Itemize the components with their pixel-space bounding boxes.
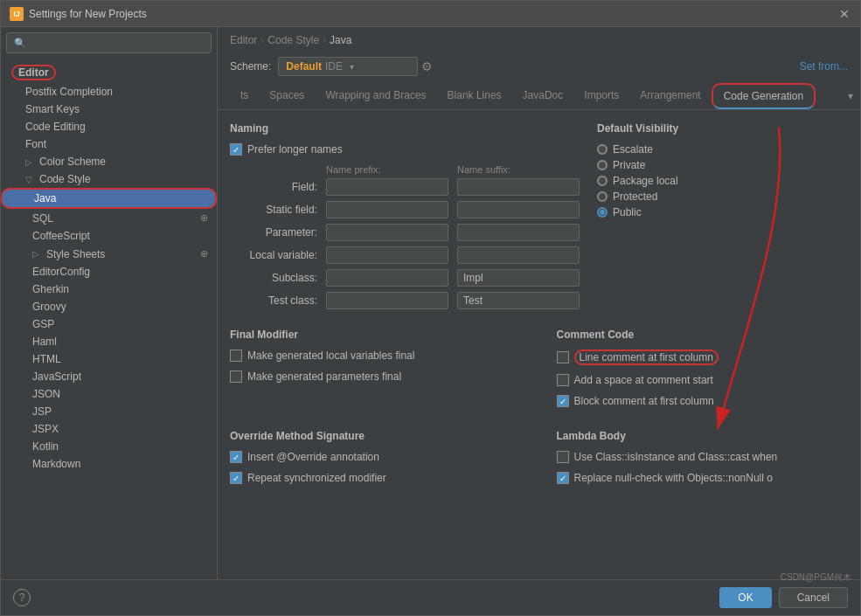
visibility-radio-group: Escalate Private Package local (597, 143, 848, 218)
sidebar-item-gherkin[interactable]: Gherkin (1, 280, 217, 298)
final-modifier-title: Final Modifier (230, 329, 522, 341)
sidebar-item-editorconfig[interactable]: EditorConfig (1, 263, 217, 280)
override-method-title: Override Method Signature (230, 430, 522, 442)
sidebar-item-jsp[interactable]: JSP (1, 403, 217, 420)
tabs-bar: ts Spaces Wrapping and Braces Blank Line… (218, 83, 860, 110)
prefer-longer-names-checkbox[interactable] (230, 143, 242, 156)
tab-wrapping[interactable]: Wrapping and Braces (315, 84, 436, 108)
bottom-bar: ? OK Cancel (1, 579, 860, 615)
add-space-checkbox[interactable] (557, 374, 569, 386)
sidebar-item-font[interactable]: Font (1, 135, 217, 153)
parameter-label: Parameter: (230, 226, 317, 239)
subclass-suffix-input[interactable] (457, 269, 580, 287)
use-class-checkbox[interactable] (557, 451, 569, 463)
tab-javadoc[interactable]: JavaDoc (512, 84, 574, 108)
testclass-prefix-input[interactable] (326, 292, 448, 309)
sql-action-icon[interactable]: ⊕ (198, 211, 210, 225)
parameter-prefix-input[interactable] (326, 224, 448, 241)
ok-button[interactable]: OK (719, 587, 771, 608)
radio-public: Public (597, 206, 848, 218)
sidebar-item-code-style[interactable]: ▽ Code Style (1, 170, 217, 188)
make-local-checkbox[interactable] (230, 350, 242, 362)
local-prefix-input[interactable] (326, 246, 448, 264)
cancel-button[interactable]: Cancel (779, 587, 848, 608)
sidebar-item-java[interactable]: Java (1, 188, 217, 209)
make-local-row: Make generated local variables final (230, 350, 522, 362)
sidebar-item-code-editing[interactable]: Code Editing (1, 118, 217, 135)
search-box[interactable]: 🔍 (6, 32, 212, 53)
sidebar-item-smart-keys[interactable]: Smart Keys (1, 100, 217, 118)
style-sheets-expand: ▷ (32, 249, 39, 259)
escalate-radio[interactable] (597, 144, 608, 155)
testclass-suffix-input[interactable] (457, 292, 580, 309)
tab-imports[interactable]: Imports (573, 84, 629, 108)
sidebar-item-groovy[interactable]: Groovy (1, 298, 217, 315)
title-bar-left: IJ Settings for New Projects (10, 7, 147, 21)
parameter-suffix-input[interactable] (457, 224, 580, 241)
sidebar-item-editor[interactable]: Editor (1, 62, 217, 83)
color-scheme-expand: ▷ (25, 157, 32, 167)
replace-null-checkbox[interactable] (557, 472, 569, 484)
sidebar-item-html[interactable]: HTML (1, 350, 217, 368)
subclass-prefix-input[interactable] (326, 269, 448, 287)
scheme-select[interactable]: Default IDE ▾ (278, 57, 418, 76)
static-prefix-input[interactable] (326, 201, 448, 218)
repeat-sync-label: Repeat synchronized modifier (247, 472, 386, 484)
block-comment-checkbox[interactable] (557, 395, 569, 407)
app-icon: IJ (10, 7, 24, 21)
protected-label: Protected (613, 190, 657, 203)
lambda-body-section: Lambda Body Use Class::isInstance and Cl… (557, 430, 849, 493)
tab-arrangement[interactable]: Arrangement (629, 84, 711, 108)
tab-overflow-button[interactable]: ▾ (841, 87, 860, 106)
search-input[interactable] (30, 37, 204, 49)
sidebar-item-haml[interactable]: Haml (1, 333, 217, 350)
package-local-radio[interactable] (597, 176, 608, 186)
sidebar-item-sql[interactable]: SQL ⊕ (1, 209, 217, 227)
static-suffix-input[interactable] (457, 201, 580, 218)
line-comment-label: Line comment at first column (574, 350, 719, 365)
sidebar-item-json[interactable]: JSON (1, 385, 217, 403)
sidebar-item-style-sheets[interactable]: ▷ Style Sheets ⊕ (1, 245, 217, 263)
private-radio[interactable] (597, 160, 608, 170)
make-param-checkbox[interactable] (230, 370, 242, 383)
line-comment-checkbox[interactable] (557, 351, 569, 363)
tab-code-generation[interactable]: Code Generation (712, 83, 816, 109)
watermark: CSDN@PGM何木 (781, 571, 851, 584)
help-button[interactable]: ? (13, 589, 31, 606)
naming-row-parameter: Parameter: (230, 224, 580, 241)
local-var-label: Local variable: (230, 249, 317, 261)
sidebar-item-javascript[interactable]: JavaScript (1, 368, 217, 385)
default-visibility-section: Default Visibility Escalate Private (597, 122, 848, 315)
style-sheets-action-icon[interactable]: ⊕ (198, 247, 210, 260)
field-suffix-input[interactable] (457, 178, 580, 196)
repeat-sync-checkbox[interactable] (230, 472, 242, 484)
set-from-link[interactable]: Set from... (800, 60, 848, 73)
tab-blank-lines[interactable]: Blank Lines (437, 84, 512, 108)
tab-ts[interactable]: ts (230, 84, 259, 108)
replace-null-row: Replace null-check with Objects::nonNull… (557, 472, 849, 484)
sidebar-item-markdown[interactable]: Markdown (1, 455, 217, 473)
sidebar: 🔍 Editor Postfix Completion Smart Keys C… (1, 27, 218, 579)
insert-override-checkbox[interactable] (230, 451, 242, 463)
make-param-label: Make generated parameters final (247, 370, 401, 383)
escalate-label: Escalate (613, 143, 653, 156)
lambda-body-title: Lambda Body (557, 430, 849, 442)
sidebar-item-postfix[interactable]: Postfix Completion (1, 83, 217, 100)
field-prefix-input[interactable] (326, 178, 448, 196)
breadcrumb-editor: Editor (230, 34, 257, 46)
color-scheme-label: Color Scheme (39, 156, 106, 168)
gear-icon[interactable]: ⚙ (421, 59, 433, 73)
public-radio[interactable] (597, 207, 608, 218)
local-suffix-input[interactable] (457, 246, 580, 264)
sidebar-item-coffeescript[interactable]: CoffeeScript (1, 227, 217, 245)
override-method-section: Override Method Signature Insert @Overri… (230, 430, 522, 493)
code-style-expand: ▽ (25, 175, 32, 184)
sidebar-item-gsp[interactable]: GSP (1, 315, 217, 333)
tab-spaces[interactable]: Spaces (259, 84, 315, 108)
protected-radio[interactable] (597, 191, 608, 202)
sidebar-item-jspx[interactable]: JSPX (1, 420, 217, 438)
panel: Naming Prefer longer names Name prefix: … (218, 110, 860, 579)
sidebar-item-kotlin[interactable]: Kotlin (1, 438, 217, 455)
close-button[interactable]: ✕ (837, 7, 851, 21)
sidebar-item-color-scheme[interactable]: ▷ Color Scheme (1, 153, 217, 170)
